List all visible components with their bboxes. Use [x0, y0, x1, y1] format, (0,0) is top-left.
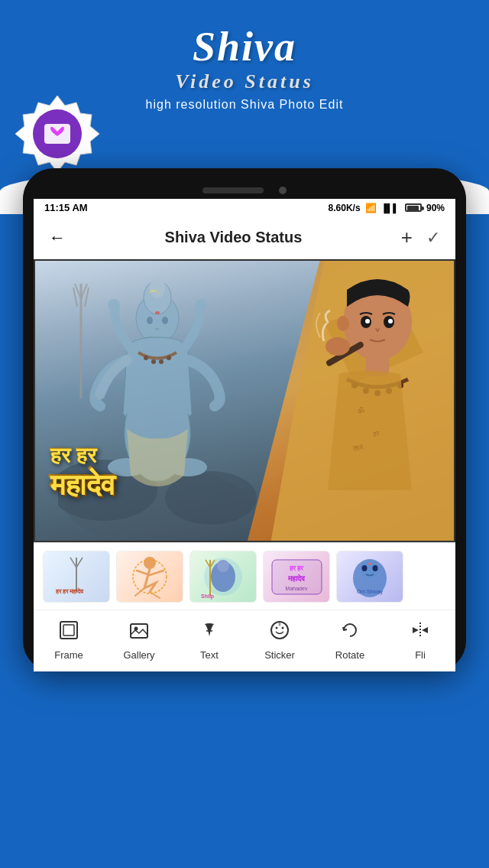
svg-point-11 — [150, 277, 165, 298]
sticker-item-1[interactable]: हर हर महादेव — [43, 551, 110, 603]
text-icon — [199, 619, 220, 646]
svg-text:हर हर महादेव: हर हर महादेव — [55, 587, 84, 595]
svg-point-29 — [337, 316, 349, 331]
tool-frame[interactable]: Frame — [46, 619, 92, 661]
svg-line-8 — [85, 288, 89, 307]
gear-badge-icon — [15, 92, 99, 176]
back-button[interactable]: ← — [49, 228, 66, 248]
toolbar-title: Shiva Video Status — [165, 229, 303, 246]
svg-text:Shilp: Shilp — [201, 593, 214, 600]
app-toolbar: ← Shiva Video Status + ✓ — [34, 216, 455, 259]
speaker — [202, 187, 264, 193]
app-title-area: Shiva Video Status high resolution Shiva… — [146, 23, 344, 112]
svg-point-21 — [167, 356, 171, 360]
svg-point-12 — [147, 317, 153, 324]
rotate-icon — [339, 619, 361, 646]
status-time: 11:15 AM — [44, 202, 88, 213]
status-right: 8.60K/s 📶 ▐▌▌ 90% — [329, 203, 445, 213]
tool-flip[interactable]: Fli — [397, 619, 443, 661]
status-bar: 11:15 AM 8.60K/s 📶 ▐▌▌ 90% — [34, 199, 455, 216]
text-label: Text — [200, 649, 219, 661]
svg-point-65 — [276, 627, 278, 629]
network-speed: 8.60K/s — [329, 203, 361, 213]
svg-text:Om Shivay: Om Shivay — [356, 589, 383, 595]
svg-point-27 — [365, 319, 370, 323]
svg-point-37 — [325, 337, 350, 356]
sticker-item-2[interactable] — [116, 551, 183, 603]
svg-point-66 — [282, 627, 284, 629]
signal-icon: ▐▌▌ — [381, 203, 399, 213]
hindi-line2: महादेव — [50, 469, 115, 502]
battery-icon — [405, 203, 422, 212]
svg-text:हर हर: हर हर — [288, 564, 304, 572]
svg-point-58 — [368, 562, 371, 564]
tool-gallery[interactable]: Gallery — [116, 619, 162, 661]
bottom-toolbar: Frame Gallery Text — [34, 610, 455, 671]
rotate-label: Rotate — [335, 649, 364, 661]
add-button[interactable]: + — [401, 226, 413, 249]
svg-line-7 — [73, 288, 77, 307]
badge-container — [15, 92, 99, 176]
tool-sticker[interactable]: Sticker — [257, 619, 303, 661]
frame-icon — [58, 619, 79, 646]
svg-point-28 — [388, 319, 393, 323]
svg-point-43 — [144, 557, 156, 569]
battery-percent: 90% — [426, 203, 445, 213]
phone-mockup: 11:15 AM 8.60K/s 📶 ▐▌▌ 90% ← Shiva Video… — [23, 168, 466, 671]
svg-point-57 — [372, 565, 377, 571]
svg-text:हर: हर — [372, 430, 381, 438]
camera — [279, 187, 287, 194]
flip-icon — [410, 619, 431, 646]
svg-point-19 — [151, 359, 156, 364]
sticker-icon — [269, 619, 290, 646]
svg-text:Mahadev: Mahadev — [285, 586, 307, 591]
hindi-line1: हर हर — [50, 444, 115, 469]
tool-rotate[interactable]: Rotate — [327, 619, 373, 661]
svg-point-13 — [162, 317, 168, 324]
app-title-main: Shiva Video Status — [146, 23, 344, 93]
toolbar-actions: + ✓ — [401, 226, 440, 249]
confirm-button[interactable]: ✓ — [426, 228, 440, 248]
tool-text[interactable]: Text — [186, 619, 232, 661]
svg-text:महादेव: महादेव — [287, 574, 306, 583]
gallery-icon — [128, 619, 150, 646]
gallery-label: Gallery — [123, 649, 154, 661]
svg-point-56 — [361, 565, 367, 571]
wifi-icon: 📶 — [365, 203, 377, 213]
svg-point-20 — [159, 359, 164, 364]
hindi-text-overlay: हर हर महादेव — [50, 444, 115, 502]
svg-point-47 — [217, 560, 229, 572]
phone-notch — [34, 182, 455, 199]
svg-point-16 — [108, 299, 120, 311]
app-subtitle: high resolution Shiva Photo Edit — [146, 98, 344, 112]
svg-point-14 — [155, 311, 160, 314]
svg-point-18 — [144, 356, 148, 360]
frame-label: Frame — [54, 649, 83, 661]
sticker-row: हर हर महादेव Shilp — [34, 542, 455, 610]
sticker-item-3[interactable]: Shilp — [189, 551, 257, 603]
photo-area: ॐ हर शिव हर हर महादेव — [34, 259, 455, 542]
sticker-item-5[interactable]: Om Shivay — [336, 551, 403, 603]
sticker-item-4[interactable]: हर हर महादेव Mahadev — [263, 551, 330, 603]
svg-rect-61 — [63, 625, 74, 636]
svg-point-17 — [195, 299, 207, 311]
sticker-label: Sticker — [264, 649, 295, 661]
flip-label: Fli — [415, 649, 426, 661]
